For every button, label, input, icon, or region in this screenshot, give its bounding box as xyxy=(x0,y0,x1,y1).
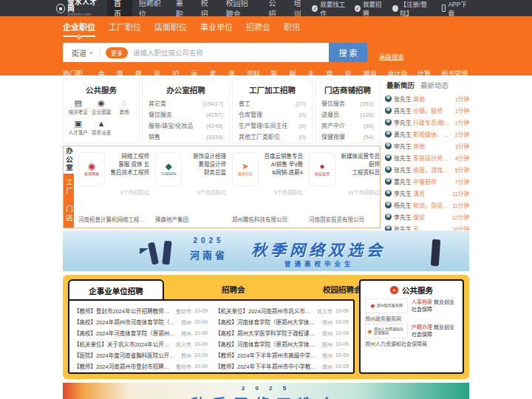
gov-link-household[interactable]: 户籍办理 xyxy=(412,324,432,330)
category-row[interactable]: 其他工厂类职位(0) xyxy=(233,132,312,143)
tab-store[interactable]: 门店 xyxy=(64,200,74,228)
gov-link-social-security[interactable]: 社会保障 xyxy=(412,332,432,337)
gov-card-caption: 郑州人力资源和社会保障局 xyxy=(365,340,458,347)
bulletin-item[interactable]: 【教师】登封市2024年公开招聘教师公告...登封市10-09 xyxy=(74,305,208,316)
tab-public-unit-jobs[interactable]: 企事业单位招聘 xyxy=(68,279,164,301)
more-filters-button[interactable]: 更多 xyxy=(106,47,128,58)
bulletin-date: 10-09 xyxy=(194,364,208,369)
subnav-store-jobs[interactable]: 店面职位 xyxy=(154,21,187,37)
bulletin-item[interactable]: 【教师】2024年下半年郑州市高级中学、...郑州10-09 xyxy=(215,349,349,361)
chevron-down-icon: ▼ xyxy=(89,50,94,55)
resume-row[interactable]: 申先生其他3分钟 xyxy=(385,140,469,151)
service-talent-settlement[interactable]: ▣ 人才落户 xyxy=(66,119,89,136)
tab-factory[interactable]: 工厂 xyxy=(64,174,74,201)
bulletin-item[interactable]: 【高校】2024年郑州市河南体育学院（原...郑州10-09 xyxy=(74,316,208,327)
service-other[interactable]: ◌ 其他 xyxy=(113,98,136,115)
bulletin-item[interactable]: 【机关单位】2024河南郑州市巩义市招聘镇属...巩义市10-09 xyxy=(215,305,349,316)
logo-glyph-icon: ● xyxy=(319,162,324,171)
gov-link-archives[interactable]: 人事档案 xyxy=(412,299,432,304)
resume-row[interactable]: 张先生收银，游戏运营，...5分钟 xyxy=(385,163,469,175)
tab-office[interactable]: 办公室 xyxy=(64,146,74,174)
advanced-search-link[interactable]: 高级搜索 xyxy=(379,52,404,61)
bulletin-title: 【机关单位】关于巩义市2024年公开招聘镇属... xyxy=(74,340,173,348)
nav-training[interactable]: 培训 xyxy=(287,0,313,16)
nav-campus[interactable]: 校招 xyxy=(194,0,219,16)
subnav-factory-jobs[interactable]: 工厂职位 xyxy=(109,21,141,37)
autumn-fair-banner[interactable]: 2025 河南省 秋季网络双选会 普通高校毕业生 xyxy=(63,231,469,271)
category-row[interactable]: 送餐员(126) xyxy=(316,109,380,120)
bulletin-item[interactable]: 【教师】2024河南郑州市登封市招聘教师...登封市10-09 xyxy=(74,361,208,372)
autumn-fair-banner-2[interactable]: 2 0 2 5 秋季网络双选会 xyxy=(63,383,469,399)
category-label: 餐饮服务 xyxy=(321,98,345,109)
search-input[interactable] xyxy=(133,43,329,62)
bulletin-item[interactable]: 【高校】河南体育学院（原郑州大学体育...郑州10-09 xyxy=(215,316,349,327)
gov-service-card[interactable]: ✚ 郑州政务服务网 人事档案 就业创业 社会保障 郑州政务服务网 xyxy=(365,299,458,322)
resume-row[interactable]: 昌先生炒锅，厨师1分钟 xyxy=(385,104,469,116)
nav-campus-fair[interactable]: 校园招聘会 xyxy=(219,0,262,16)
category-row[interactable]: 服装/珠宝/化妆品(4248) xyxy=(143,120,229,132)
company-card[interactable]: ◆ YUESAN 装饰设计经理 景观设计师 财务总监 9个热招职位 豫森地产集团 xyxy=(155,152,226,225)
category-row[interactable]: 生产管理/车间主任(0) xyxy=(233,120,312,132)
bulletin-item[interactable]: 【教师】2024年下半年郑州市中小学教师...郑州10-09 xyxy=(215,361,349,372)
category-row[interactable]: 餐饮服务(4257) xyxy=(143,109,229,120)
resume-row[interactable]: 黄先生影视媒体，文员，...2分钟 xyxy=(385,128,469,140)
register-login-link[interactable]: 【注册/登陆】 xyxy=(392,0,434,17)
service-team-building[interactable]: ◉ 企业团建 xyxy=(89,98,112,115)
category-row[interactable]: 餐饮服务(351) xyxy=(316,98,380,109)
bulletin-location: 郑州 xyxy=(322,341,332,348)
search-field: 街道 ▼ 更多 xyxy=(63,43,329,62)
resume-row[interactable]: 张先生其他1分钟 xyxy=(385,92,469,104)
avatar xyxy=(385,154,392,161)
gov-link-social-security[interactable]: 社会保障 xyxy=(412,307,432,312)
category-row[interactable]: 仓库管理(0) xyxy=(233,109,312,120)
site-logo[interactable]: 金水人才网 jinshuirc.com xyxy=(56,0,100,17)
company-card[interactable]: ● 国安投资 新媒体运营专员 厨师 工程资料员 31个热招职位 河南国安投资有限… xyxy=(309,152,380,225)
subnav-job-fair[interactable]: 招聘会 xyxy=(246,21,270,37)
category-row[interactable]: 其它类(15417) xyxy=(143,98,229,109)
tab-campus-fair[interactable]: 校园招聘会 xyxy=(323,279,362,299)
gov-card-caption: 郑州政务服务网 xyxy=(365,315,458,322)
bulletin-item[interactable]: 【机关单位】关于巩义市2024年公开招聘镇属...巩义市10-09 xyxy=(74,338,208,349)
bulletin-item[interactable]: 【医院】2024年度河南省胸科医院公开招...郑州10-09 xyxy=(74,349,208,361)
search-button[interactable]: 搜 索 xyxy=(329,43,367,62)
service-labor-dispatch[interactable]: ▲ 劳务派遣 xyxy=(89,119,112,136)
nav-home[interactable]: 首页 xyxy=(107,0,132,16)
nav-jobs[interactable]: 招聘职位 xyxy=(132,0,169,16)
resume-name: 张先生 xyxy=(394,154,413,162)
bulletin-item[interactable]: 【高校】河南体育学院（原郑州大学体育...郑州10-09 xyxy=(215,338,349,349)
category-row[interactable]: 销售(3339) xyxy=(143,132,229,143)
subnav-public-units[interactable]: 事业单位 xyxy=(200,21,233,37)
tab-job-fair[interactable]: 招聘会 xyxy=(222,279,245,299)
company-card[interactable]: ➤ 腾佑科技 百度云销售专员 AI销售 早9晚 B网销-底薪4 9个热招职位 郑… xyxy=(232,152,303,225)
app-download-link[interactable]: APP下载 xyxy=(442,0,469,17)
nav-public-recruit[interactable]: 公招 xyxy=(262,0,287,16)
resume-row[interactable]: 李先生行政专员/助理，...1分钟 xyxy=(385,116,469,128)
gov-service-card[interactable]: ◉ 郑州人力资源和社会保障局 户籍办理 就业创业 社会保障 郑州人力资源和社会保… xyxy=(365,324,458,347)
bulletin-item[interactable]: 【高校】郑州大学医学科学院于政权课题...郑州10-09 xyxy=(215,327,349,338)
resume-row[interactable]: 李先生演员11分钟 xyxy=(385,187,469,199)
subnav-company-jobs[interactable]: 企业职位 xyxy=(63,21,95,37)
logo-glyph-icon: ◆ xyxy=(165,162,171,171)
service-training-cert[interactable]: ▤ 培训考证 xyxy=(66,98,89,115)
find-job-link[interactable]: ✓ 我要找工作 xyxy=(312,0,347,17)
resume-row[interactable]: 张先生家装设计师，无，...4分钟 xyxy=(385,151,469,163)
resume-row[interactable]: 董先生中餐厨师7分钟 xyxy=(385,175,469,187)
avatar xyxy=(385,202,392,208)
avatar xyxy=(385,214,392,220)
gov-link-employment[interactable]: 就业创业 xyxy=(434,324,454,330)
tab-latest-activity[interactable]: 最新动态 xyxy=(420,80,449,90)
gov-link-employment[interactable]: 就业创业 xyxy=(434,299,454,304)
nav-parttime[interactable]: 兼职 xyxy=(169,0,194,16)
bulletin-item[interactable]: 【高校】2024年河南体育学院（原郑州大...郑州10-09 xyxy=(74,327,208,338)
bulletin-title: 【高校】2024年河南体育学院（原郑州大... xyxy=(74,329,178,337)
category-row[interactable]: 房产中介(90) xyxy=(316,120,380,132)
category-row[interactable]: 保健按摩(54) xyxy=(316,132,380,143)
category-row[interactable]: 普工(27) xyxy=(233,98,312,109)
company-card[interactable]: ◉ 拓普网络 网络工程师 客服 双休 五 售后技术工程师 8个热招职位 河南拓普… xyxy=(78,152,149,225)
hire-link[interactable]: ✓ 我要招聘 xyxy=(355,0,384,17)
subnav-job-news[interactable]: 职讯 xyxy=(284,21,300,37)
tab-latest-resumes[interactable]: 最新简历 xyxy=(386,80,415,90)
region-select[interactable]: 街道 ▼ xyxy=(63,47,100,58)
resume-row[interactable]: 杨先生物流，货运司机，...11分钟 xyxy=(385,199,469,211)
resume-row[interactable]: 李先生保安12分钟 xyxy=(385,211,469,222)
